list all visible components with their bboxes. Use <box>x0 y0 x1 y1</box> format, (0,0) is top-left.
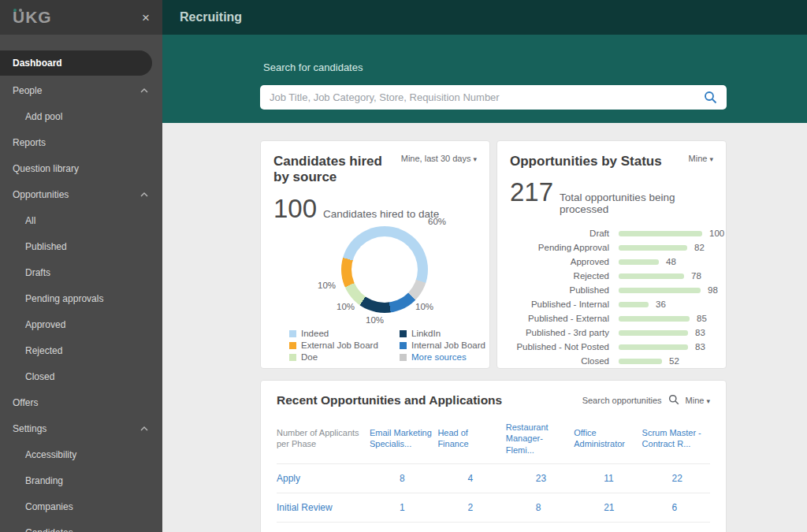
sidebar-item-drafts[interactable]: Drafts <box>0 259 162 285</box>
applicant-count[interactable]: 8 <box>574 522 642 532</box>
status-value: 98 <box>708 285 718 295</box>
applicant-count[interactable]: 11 <box>574 463 642 493</box>
sidebar-item-people[interactable]: People <box>0 77 162 103</box>
main-area: Recruiting Search for candidates Candida… <box>162 0 807 532</box>
column-header-link[interactable]: Restaurant Manager-Flemi... <box>506 417 574 463</box>
column-header-link[interactable]: Email Marketing Specialis... <box>370 417 437 463</box>
sidebar-item-offers[interactable]: Offers <box>0 389 162 415</box>
sidebar-item-companies[interactable]: Companies <box>0 493 162 519</box>
sidebar-item-approved[interactable]: Approved <box>0 311 162 337</box>
search-opportunities-label: Search opportunities <box>582 396 662 405</box>
status-value: 48 <box>666 257 676 266</box>
sidebar-item-branding[interactable]: Branding <box>0 467 162 493</box>
legend-swatch <box>289 354 296 361</box>
status-bar <box>619 245 687 251</box>
status-label: Draft <box>510 229 609 238</box>
status-filter-dropdown[interactable]: Mine ▾ <box>689 154 713 169</box>
sidebar-item-settings[interactable]: Settings <box>0 415 162 441</box>
slice-label: 10% <box>337 302 355 311</box>
applicant-count[interactable]: 8 <box>370 463 437 493</box>
candidate-search-box <box>260 85 727 110</box>
close-icon[interactable]: × <box>142 11 150 24</box>
status-metric-value: 217 <box>510 177 553 207</box>
phase-link[interactable]: Apply <box>277 463 370 493</box>
status-bar-row: Pending Approval82 <box>510 240 713 255</box>
sidebar-item-pending-approvals[interactable]: Pending approvals <box>0 285 162 311</box>
applicant-count[interactable]: 21 <box>574 493 642 522</box>
column-header-link[interactable]: Head of Finance <box>437 417 505 463</box>
candidates-hired-card: Candidates hired by source Mine, last 30… <box>260 140 490 369</box>
status-label: Published - 3rd party <box>510 328 609 337</box>
chevron-up-icon <box>140 192 148 197</box>
sidebar-item-published[interactable]: Published <box>0 233 162 259</box>
legend-item-internal-job-board: Internal Job Board <box>400 340 510 350</box>
status-label: Closed <box>510 356 609 366</box>
sidebar-item-accessibility[interactable]: Accessibility <box>0 441 162 467</box>
legend-item-external-job-board: External Job Board <box>289 340 400 350</box>
candidate-search-input[interactable] <box>270 91 704 103</box>
status-bar-chart: Draft100Pending Approval82Approved48Reje… <box>510 226 713 368</box>
search-banner-label: Search for candidates <box>263 61 363 73</box>
recent-opportunities-card: Recent Opportunities and Applications Se… <box>260 380 727 532</box>
slice-label: 60% <box>428 217 446 226</box>
status-bar <box>619 288 701 293</box>
applicant-count[interactable]: 6 <box>642 493 710 522</box>
applicant-count[interactable]: 4 <box>437 463 505 493</box>
applicant-count[interactable]: 1 <box>370 493 437 522</box>
applicant-count[interactable]: 3 <box>642 522 710 532</box>
more-sources-link[interactable]: More sources <box>400 352 510 362</box>
applicant-count[interactable]: 8 <box>370 522 437 532</box>
logo-dot-gray <box>19 9 22 12</box>
status-bar <box>619 259 659 265</box>
status-value: 82 <box>694 243 705 252</box>
slice-label: 10% <box>415 302 433 311</box>
status-value: 36 <box>656 299 666 309</box>
sidebar-header: UKG × <box>0 0 162 35</box>
sidebar-item-dashboard[interactable]: Dashboard <box>0 50 152 76</box>
status-label: Published - Not Posted <box>510 342 609 352</box>
status-label: Published - Internal <box>510 299 609 309</box>
status-bar-row: Closed52 <box>510 354 713 368</box>
app-header: Recruiting <box>162 0 807 35</box>
status-value: 52 <box>669 356 679 366</box>
status-value: 85 <box>697 314 707 323</box>
status-bar <box>619 359 662 364</box>
search-icon[interactable] <box>668 394 679 407</box>
card-title: Opportunities by Status <box>510 154 662 169</box>
logo-dot-teal <box>13 9 17 12</box>
recent-filter-dropdown[interactable]: Mine ▾ <box>686 396 710 405</box>
search-icon[interactable] <box>704 91 717 104</box>
sidebar-item-candidates[interactable]: Candidates <box>0 519 162 532</box>
sidebar-item-add-pool[interactable]: Add pool <box>0 103 162 129</box>
applicant-count[interactable]: 2 <box>437 493 505 522</box>
applicant-count[interactable]: 22 <box>642 463 710 493</box>
phase-link[interactable]: Initial Review <box>277 493 370 522</box>
chevron-up-icon <box>140 426 148 431</box>
status-metric-label: Total opportunities being processed <box>560 192 713 215</box>
sidebar-item-reports[interactable]: Reports <box>0 129 162 155</box>
applicant-count[interactable]: 8 <box>506 493 574 522</box>
phase-link[interactable]: Assessment <box>277 522 370 532</box>
legend-item-indeed: Indeed <box>289 329 400 338</box>
column-header-link[interactable]: Scrum Master - Contract R... <box>642 417 710 463</box>
opportunities-status-card: Opportunities by Status Mine ▾ 217 Total… <box>496 140 727 369</box>
applicant-count[interactable]: 8 <box>437 522 505 532</box>
status-label: Published - External <box>510 314 609 323</box>
sidebar-item-closed[interactable]: Closed <box>0 363 162 389</box>
applicant-count[interactable]: 23 <box>506 463 574 493</box>
sidebar-item-all[interactable]: All <box>0 207 162 233</box>
status-bar <box>619 330 688 336</box>
sidebar-item-opportunities[interactable]: Opportunities <box>0 181 162 207</box>
legend-swatch <box>289 342 296 349</box>
applicant-count[interactable]: 54 <box>506 522 574 532</box>
status-bar-row: Draft100 <box>510 226 713 240</box>
legend-swatch <box>400 354 407 361</box>
chevron-up-icon <box>140 88 148 93</box>
caret-down-icon: ▾ <box>706 397 710 405</box>
sidebar-item-question-library[interactable]: Question library <box>0 155 162 181</box>
slice-label: 10% <box>318 281 336 290</box>
legend-swatch <box>400 330 407 337</box>
column-header-link[interactable]: Office Administrator <box>574 417 642 463</box>
sidebar-item-rejected[interactable]: Rejected <box>0 337 162 363</box>
applications-table: Number of Applicants per Phase Email Mar… <box>277 417 710 532</box>
